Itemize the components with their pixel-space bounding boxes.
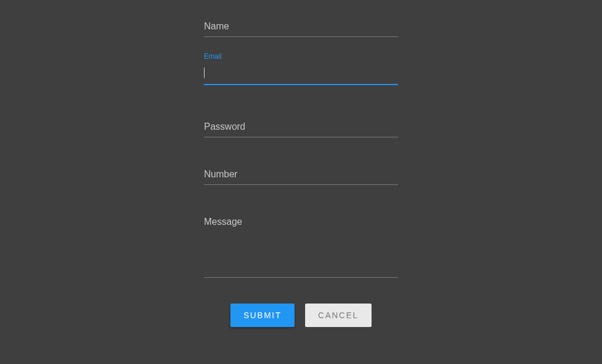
email-field: Email bbox=[204, 65, 398, 85]
message-field: Message bbox=[204, 213, 398, 280]
number-input[interactable] bbox=[204, 166, 398, 185]
form: Name Email Password Number Message SUBMI… bbox=[204, 0, 398, 327]
email-label: Email bbox=[204, 52, 222, 60]
button-row: SUBMIT CANCEL bbox=[204, 304, 398, 327]
email-input[interactable] bbox=[204, 65, 398, 85]
name-field: Name bbox=[204, 18, 398, 37]
password-field: Password bbox=[204, 118, 398, 137]
message-input[interactable] bbox=[204, 213, 398, 278]
password-input[interactable] bbox=[204, 118, 398, 137]
text-caret bbox=[204, 68, 205, 78]
cancel-button[interactable]: CANCEL bbox=[305, 304, 372, 327]
submit-button[interactable]: SUBMIT bbox=[230, 304, 295, 327]
name-input[interactable] bbox=[204, 18, 398, 37]
number-field: Number bbox=[204, 166, 398, 185]
